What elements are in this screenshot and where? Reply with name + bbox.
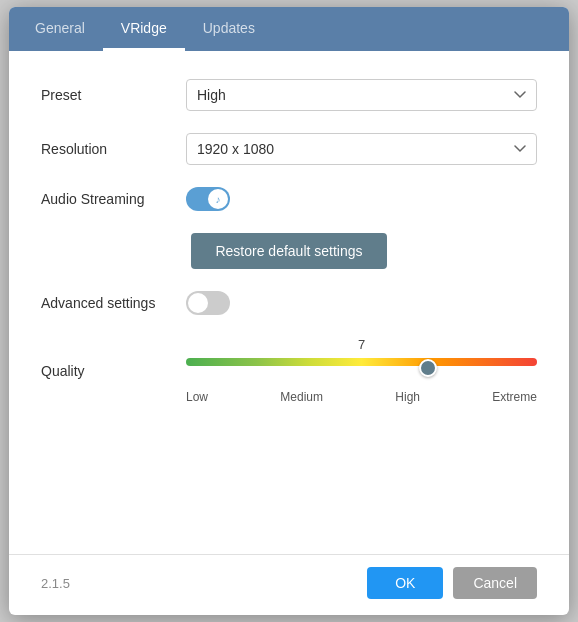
- quality-slider-labels: Low Medium High Extreme: [186, 390, 537, 404]
- ok-button[interactable]: OK: [367, 567, 443, 599]
- audio-streaming-toggle[interactable]: [186, 187, 230, 211]
- audio-streaming-control: [186, 187, 537, 211]
- preset-label: Preset: [41, 87, 186, 103]
- resolution-row: Resolution 1920 x 1080 1280 x 720 2560 x…: [41, 133, 537, 165]
- audio-streaming-label: Audio Streaming: [41, 191, 186, 207]
- quality-label: Quality: [41, 363, 186, 379]
- advanced-settings-toggle-wrap: [186, 291, 537, 315]
- advanced-settings-label: Advanced settings: [41, 295, 186, 311]
- dialog-footer: 2.1.5 OK Cancel: [9, 554, 569, 615]
- restore-default-button[interactable]: Restore default settings: [191, 233, 386, 269]
- preset-control: High Low Medium Extreme Custom: [186, 79, 537, 111]
- quality-label-low: Low: [186, 390, 208, 404]
- content-area: Preset High Low Medium Extreme Custom Re…: [9, 51, 569, 554]
- audio-streaming-toggle-wrap: [186, 187, 537, 211]
- preset-row: Preset High Low Medium Extreme Custom: [41, 79, 537, 111]
- resolution-select[interactable]: 1920 x 1080 1280 x 720 2560 x 1440 3840 …: [186, 133, 537, 165]
- cancel-button[interactable]: Cancel: [453, 567, 537, 599]
- footer-buttons: OK Cancel: [367, 567, 537, 599]
- quality-label-high: High: [395, 390, 420, 404]
- quality-label-extreme: Extreme: [492, 390, 537, 404]
- resolution-label: Resolution: [41, 141, 186, 157]
- dialog: General VRidge Updates Preset High Low M…: [9, 7, 569, 615]
- audio-streaming-row: Audio Streaming: [41, 187, 537, 211]
- tab-bar: General VRidge Updates: [9, 7, 569, 51]
- resolution-control: 1920 x 1080 1280 x 720 2560 x 1440 3840 …: [186, 133, 537, 165]
- tab-updates[interactable]: Updates: [185, 7, 273, 51]
- quality-slider-wrapper: [186, 366, 537, 384]
- quality-row: Quality 7 Low Medium High Extreme: [41, 337, 537, 404]
- quality-slider[interactable]: [186, 366, 537, 374]
- quality-control: 7 Low Medium High Extreme: [186, 337, 537, 404]
- preset-select[interactable]: High Low Medium Extreme Custom: [186, 79, 537, 111]
- advanced-settings-control: [186, 291, 537, 315]
- quality-label-medium: Medium: [280, 390, 323, 404]
- version-label: 2.1.5: [41, 576, 70, 591]
- quality-value-display: 7: [186, 337, 537, 352]
- tab-vridge[interactable]: VRidge: [103, 7, 185, 51]
- advanced-settings-toggle[interactable]: [186, 291, 230, 315]
- restore-btn-row: Restore default settings: [41, 233, 537, 269]
- quality-slider-container: [186, 358, 537, 384]
- advanced-settings-row: Advanced settings: [41, 291, 537, 315]
- tab-general[interactable]: General: [17, 7, 103, 51]
